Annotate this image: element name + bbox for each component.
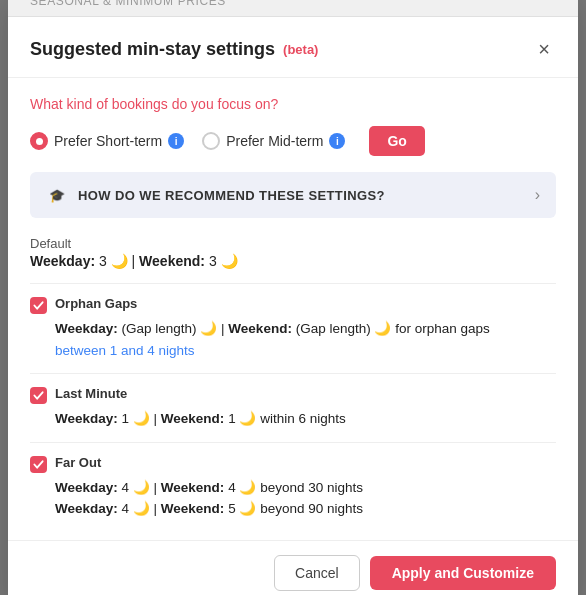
far-out-line1: Weekday: 4 🌙 | Weekend: 4 🌙 beyond 30 ni… — [55, 477, 556, 499]
chevron-right-icon: › — [535, 186, 540, 204]
last-minute-row: Last Minute — [30, 386, 556, 404]
radio-short-term-circle — [30, 132, 48, 150]
default-section: Default Weekday: 3 🌙 | Weekend: 3 🌙 — [30, 236, 556, 269]
orphan-gaps-content: Weekday: (Gap length) 🌙 | Weekend: (Gap … — [55, 318, 556, 361]
far-out-content: Weekday: 4 🌙 | Weekend: 4 🌙 beyond 30 ni… — [55, 477, 556, 520]
default-values-row: Weekday: 3 🌙 | Weekend: 3 🌙 — [30, 253, 556, 269]
fo-sep1: | — [154, 480, 161, 495]
close-button[interactable]: × — [532, 37, 556, 61]
default-weekend-label: Weekend: — [139, 253, 205, 269]
fo-weekend-value1: 4 🌙 — [228, 480, 256, 495]
default-weekday-value: 3 🌙 — [99, 253, 128, 269]
top-bar: SEASONAL & MINIMUM PRICES — [8, 0, 578, 17]
modal-footer: Cancel Apply and Customize — [8, 540, 578, 595]
radio-mid-term-circle — [202, 132, 220, 150]
recommend-bar-left: 🎓 HOW DO WE RECOMMEND THESE SETTINGS? — [46, 184, 385, 206]
default-weekday-label: Weekday: — [30, 253, 95, 269]
graduation-icon: 🎓 — [46, 184, 68, 206]
default-label: Default — [30, 236, 556, 251]
lm-weekday-value: 1 🌙 — [122, 411, 154, 426]
fo-weekday-label2: Weekday: — [55, 501, 118, 516]
lm-weekend-value: 1 🌙 — [228, 411, 256, 426]
lm-weekday-label: Weekday: — [55, 411, 118, 426]
recommend-bar-text: HOW DO WE RECOMMEND THESE SETTINGS? — [78, 188, 385, 203]
orphan-gaps-section: Orphan Gaps Weekday: (Gap length) 🌙 | We… — [30, 296, 556, 361]
far-out-label: Far Out — [55, 455, 101, 470]
modal-title-text: Suggested min-stay settings — [30, 39, 275, 60]
last-minute-section: Last Minute Weekday: 1 🌙 | Weekend: 1 🌙 … — [30, 386, 556, 430]
checkmark-icon — [33, 459, 44, 470]
radio-mid-term-label: Prefer Mid-term — [226, 133, 323, 149]
divider-2 — [30, 373, 556, 374]
orphan-gaps-line1: Weekday: (Gap length) 🌙 | Weekend: (Gap … — [55, 318, 556, 340]
fo-weekend-label1: Weekend: — [161, 480, 225, 495]
modal-dialog: SEASONAL & MINIMUM PRICES Suggested min-… — [8, 0, 578, 595]
radio-mid-term[interactable]: Prefer Mid-term i — [202, 132, 345, 150]
recommend-bar[interactable]: 🎓 HOW DO WE RECOMMEND THESE SETTINGS? › — [30, 172, 556, 218]
far-out-line2: Weekday: 4 🌙 | Weekend: 5 🌙 beyond 90 ni… — [55, 498, 556, 520]
divider-1 — [30, 283, 556, 284]
lm-sep: | — [154, 411, 161, 426]
default-weekend-value: 3 🌙 — [209, 253, 238, 269]
og-weekend-label: Weekend: — [228, 321, 292, 336]
last-minute-line1: Weekday: 1 🌙 | Weekend: 1 🌙 within 6 nig… — [55, 408, 556, 430]
question-text: What kind of bookings do you focus on? — [30, 96, 556, 112]
radio-row: Prefer Short-term i Prefer Mid-term i Go — [30, 126, 556, 156]
radio-short-term[interactable]: Prefer Short-term i — [30, 132, 184, 150]
fo-weekday-value2: 4 🌙 — [122, 501, 154, 516]
radio-short-term-label: Prefer Short-term — [54, 133, 162, 149]
og-weekday-value: (Gap length) 🌙 — [122, 321, 222, 336]
mid-term-info-icon[interactable]: i — [329, 133, 345, 149]
last-minute-content: Weekday: 1 🌙 | Weekend: 1 🌙 within 6 nig… — [55, 408, 556, 430]
orphan-gaps-line2: between 1 and 4 nights — [55, 340, 556, 362]
orphan-gaps-label: Orphan Gaps — [55, 296, 137, 311]
far-out-checkbox[interactable] — [30, 456, 47, 473]
fo-weekend-label2: Weekend: — [161, 501, 225, 516]
checkmark-icon — [33, 390, 44, 401]
fo-sep2: | — [154, 501, 161, 516]
lm-weekend-label: Weekend: — [161, 411, 225, 426]
modal-header: Suggested min-stay settings (beta) × — [8, 17, 578, 78]
orphan-gaps-checkbox[interactable] — [30, 297, 47, 314]
default-separator: | — [132, 253, 140, 269]
far-out-section: Far Out Weekday: 4 🌙 | Weekend: 4 🌙 beyo… — [30, 455, 556, 520]
modal-title: Suggested min-stay settings (beta) — [30, 39, 318, 60]
og-suffix: for orphan gaps — [395, 321, 490, 336]
beta-badge: (beta) — [283, 42, 318, 57]
last-minute-checkbox[interactable] — [30, 387, 47, 404]
fo-weekend-value2: 5 🌙 — [228, 501, 256, 516]
checkmark-icon — [33, 300, 44, 311]
last-minute-label: Last Minute — [55, 386, 127, 401]
og-weekday-label: Weekday: — [55, 321, 118, 336]
orphan-gaps-range-link[interactable]: between 1 and 4 nights — [55, 343, 195, 358]
fo-weekday-label1: Weekday: — [55, 480, 118, 495]
fo-suffix2: beyond 90 nights — [260, 501, 363, 516]
lm-suffix: within 6 nights — [260, 411, 346, 426]
modal-body: What kind of bookings do you focus on? P… — [8, 78, 578, 540]
orphan-gaps-row: Orphan Gaps — [30, 296, 556, 314]
fo-suffix1: beyond 30 nights — [260, 480, 363, 495]
top-bar-text: SEASONAL & MINIMUM PRICES — [30, 0, 226, 8]
og-weekend-value: (Gap length) 🌙 — [296, 321, 392, 336]
divider-3 — [30, 442, 556, 443]
fo-weekday-value1: 4 🌙 — [122, 480, 154, 495]
modal-overlay: SEASONAL & MINIMUM PRICES Suggested min-… — [0, 0, 586, 595]
cancel-button[interactable]: Cancel — [274, 555, 360, 591]
far-out-row: Far Out — [30, 455, 556, 473]
short-term-info-icon[interactable]: i — [168, 133, 184, 149]
go-button[interactable]: Go — [369, 126, 424, 156]
apply-button[interactable]: Apply and Customize — [370, 556, 556, 590]
